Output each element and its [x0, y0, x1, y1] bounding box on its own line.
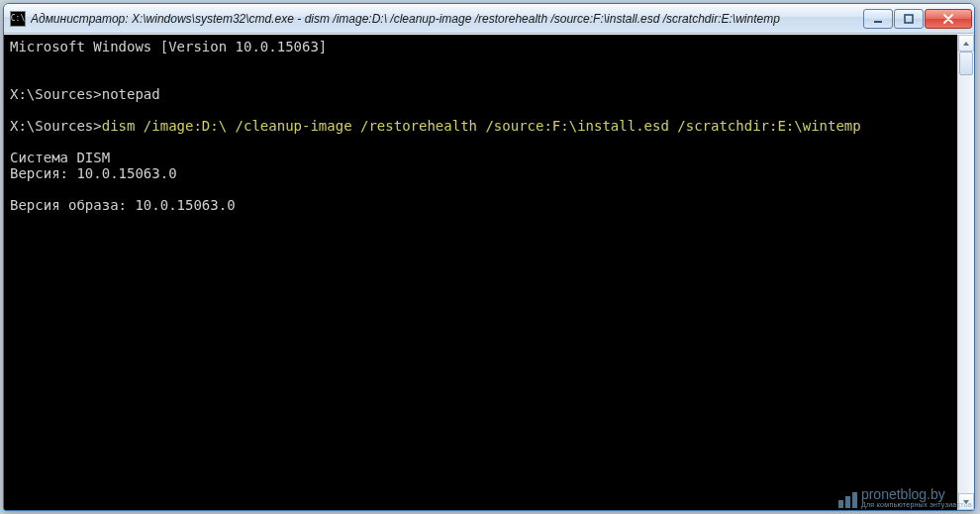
scroll-up-button[interactable]: [958, 35, 974, 51]
watermark-brand: pronetblog.by: [861, 487, 972, 501]
scroll-thumb[interactable]: [959, 51, 973, 75]
maximize-button[interactable]: [894, 9, 924, 29]
cmd-window: C:\ Администратор: X:\windows\system32\c…: [3, 3, 975, 511]
console-line: Cистема DISM: [10, 150, 110, 165]
vertical-scrollbar[interactable]: [957, 35, 974, 510]
window-title: Администратор: X:\windows\system32\cmd.e…: [31, 12, 863, 26]
console-line: Версия: 10.0.15063.0: [10, 165, 177, 181]
app-icon: C:\: [10, 11, 26, 27]
client-area: Microsoft Windows [Version 10.0.15063] X…: [4, 34, 974, 510]
chevron-up-icon: [962, 41, 970, 47]
titlebar[interactable]: C:\ Администратор: X:\windows\system32\c…: [4, 4, 974, 34]
window-controls: [863, 9, 972, 29]
watermark-tagline: Для компьютерных энтузиастов: [861, 501, 972, 508]
svg-rect-0: [874, 21, 882, 23]
scroll-track[interactable]: [958, 51, 974, 493]
watermark: pronetblog.by Для компьютерных энтузиаст…: [838, 487, 972, 508]
close-button[interactable]: [925, 9, 972, 29]
prompt: X:\Sources>: [10, 86, 102, 102]
command-text: dism /image:D:\ /cleanup-image /restoreh…: [102, 118, 861, 134]
command-text: notepad: [102, 86, 160, 102]
close-icon: [942, 14, 954, 24]
prompt: X:\Sources>: [10, 118, 102, 134]
console-output[interactable]: Microsoft Windows [Version 10.0.15063] X…: [4, 35, 957, 510]
maximize-icon: [903, 14, 915, 24]
svg-rect-1: [905, 15, 913, 23]
watermark-logo-icon: [838, 492, 857, 508]
minimize-button[interactable]: [863, 9, 893, 29]
console-line: Microsoft Windows [Version 10.0.15063]: [10, 39, 327, 54]
minimize-icon: [872, 14, 884, 24]
console-line: Версия образа: 10.0.15063.0: [10, 197, 236, 213]
